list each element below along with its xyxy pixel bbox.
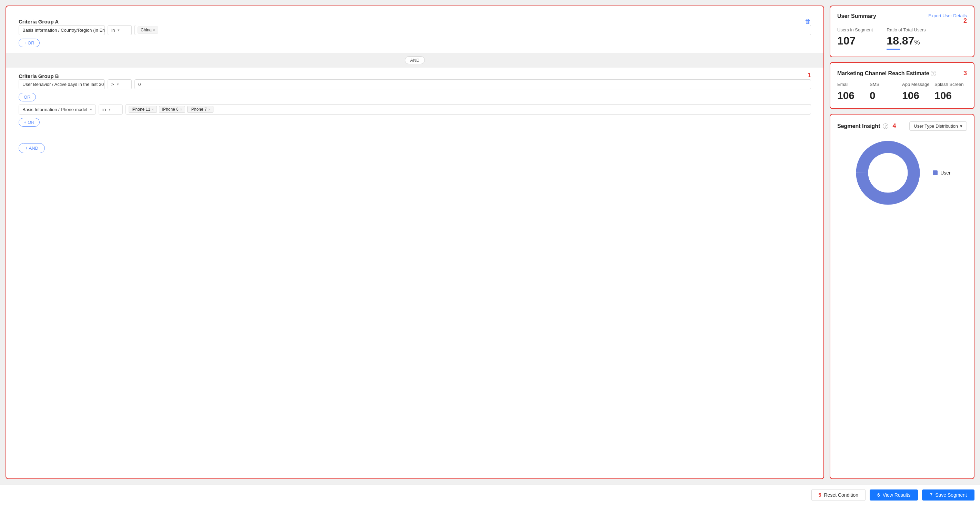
right-panel: User Summary Export User Details 2 Users… xyxy=(830,6,974,479)
and-separator: AND xyxy=(6,53,823,68)
marketing-channel-badge: 3 xyxy=(963,70,967,77)
iphone11-tag: iPhone 11 × xyxy=(129,106,157,113)
sms-channel: SMS 0 xyxy=(870,82,902,101)
remove-iphone6-tag[interactable]: × xyxy=(180,107,182,112)
group-a-add-or-button[interactable]: + OR xyxy=(19,39,40,47)
user-legend-label: User xyxy=(940,170,951,175)
user-legend-item: User xyxy=(933,170,951,175)
group-b-value-1-input[interactable]: 0 xyxy=(134,79,811,89)
ratio-underline xyxy=(886,49,900,50)
remove-iphone7-tag[interactable]: × xyxy=(208,107,210,112)
user-type-distribution-dropdown[interactable]: User Type Distribution ▾ xyxy=(909,121,967,131)
reset-badge: 5 xyxy=(819,492,821,498)
marketing-channel-card: Marketing Channel Reach Estimate ? 3 Ema… xyxy=(830,62,974,109)
remove-iphone11-tag[interactable]: × xyxy=(152,107,154,112)
email-label: Email xyxy=(837,82,870,87)
group-b-field-1-select[interactable]: User Behavior / Active days in the last … xyxy=(19,79,105,89)
left-panel: Criteria Group A 🗑 Basis Information / C… xyxy=(6,6,824,479)
marketing-channel-title: Marketing Channel Reach Estimate xyxy=(837,70,929,76)
svg-point-2 xyxy=(868,153,908,193)
chevron-down-icon: ▾ xyxy=(118,28,120,32)
group-a-filter-row: Basis Information / Country/Region (in E… xyxy=(19,25,811,35)
users-in-segment-label: Users in Segment xyxy=(837,27,873,32)
insight-header: Segment Insight ? 4 User Type Distributi… xyxy=(837,121,967,131)
remove-china-tag[interactable]: × xyxy=(153,28,155,32)
user-summary-card: User Summary Export User Details 2 Users… xyxy=(830,6,974,57)
add-and-button[interactable]: + AND xyxy=(19,143,45,153)
email-channel: Email 106 xyxy=(837,82,870,101)
group-b-field-2-select[interactable]: Basis Information / Phone model ▾ xyxy=(19,105,96,115)
ratio-stat: Ratio of Total Users 18.87% xyxy=(886,27,926,50)
group-a-operator-select[interactable]: in ▾ xyxy=(108,25,132,35)
chevron-down-icon: ▾ xyxy=(90,107,92,112)
save-segment-button[interactable]: 7 Save Segment xyxy=(922,489,974,500)
criteria-group-b: Criteria Group B 1 User Behavior / Activ… xyxy=(13,68,816,132)
view-results-button[interactable]: 6 View Results xyxy=(870,489,918,500)
user-legend-color xyxy=(933,170,938,175)
phone-model-tags[interactable]: iPhone 11 × iPhone 6 × iPhone 7 × xyxy=(126,104,811,115)
segment-insight-card: Segment Insight ? 4 User Type Distributi… xyxy=(830,114,974,479)
app-message-label: App Message xyxy=(902,82,934,87)
reset-condition-button[interactable]: 5 Reset Condition xyxy=(811,489,865,501)
splash-screen-channel: Splash Screen 106 xyxy=(934,82,967,101)
splash-screen-label: Splash Screen xyxy=(934,82,967,87)
chevron-down-icon: ▾ xyxy=(960,123,963,129)
or-connector: OR xyxy=(19,93,811,101)
iphone6-tag: iPhone 6 × xyxy=(159,106,185,113)
group-b-condition-1-row: User Behavior / Active days in the last … xyxy=(19,79,811,89)
users-in-segment-stat: Users in Segment 107 xyxy=(837,27,873,50)
channel-grid: Email 106 SMS 0 App Message 106 Splash S… xyxy=(837,82,967,101)
and-badge: AND xyxy=(405,56,425,64)
bottom-bar: 5 Reset Condition 6 View Results 7 Save … xyxy=(0,485,980,505)
group-b-title: Criteria Group B xyxy=(19,73,59,79)
app-message-channel: App Message 106 xyxy=(902,82,934,101)
segment-insight-help-icon: ? xyxy=(883,123,888,129)
splash-screen-value: 106 xyxy=(934,90,967,101)
users-in-segment-value: 107 xyxy=(837,35,873,47)
ratio-value: 18.87% xyxy=(886,35,926,47)
sms-value: 0 xyxy=(870,90,902,101)
view-badge: 6 xyxy=(877,492,880,498)
donut-chart xyxy=(853,138,923,207)
delete-group-a-icon[interactable]: 🗑 xyxy=(805,18,811,25)
group-b-operator-1-select[interactable]: > ▾ xyxy=(108,79,132,89)
group-a-field-select[interactable]: Basis Information / Country/Region (in E… xyxy=(19,25,105,35)
chevron-down-icon: ▾ xyxy=(117,82,119,87)
user-summary-badge: 2 xyxy=(963,17,967,24)
marketing-channel-help-icon: ? xyxy=(931,71,936,76)
app-message-value: 106 xyxy=(902,90,934,101)
export-user-details-link[interactable]: Export User Details xyxy=(928,13,967,18)
chevron-down-icon: ▾ xyxy=(109,107,111,112)
user-summary-title: User Summary xyxy=(837,13,876,19)
sms-label: SMS xyxy=(870,82,902,87)
segment-insight-badge: 4 xyxy=(892,123,896,130)
user-summary-grid: Users in Segment 107 Ratio of Total User… xyxy=(837,27,967,50)
donut-chart-container: User xyxy=(837,135,967,211)
group-b-condition-2-row: Basis Information / Phone model ▾ in ▾ i… xyxy=(19,104,811,115)
group-a-value-input[interactable]: China × xyxy=(134,25,811,35)
group-a-title: Criteria Group A xyxy=(19,19,59,24)
china-tag: China × xyxy=(138,27,158,33)
group-b-add-or-button[interactable]: + OR xyxy=(19,118,40,127)
or-badge: OR xyxy=(19,93,36,101)
group-b-badge: 1 xyxy=(808,72,811,79)
segment-insight-title: Segment Insight xyxy=(837,123,880,129)
email-value: 106 xyxy=(837,90,870,101)
iphone7-tag: iPhone 7 × xyxy=(187,106,213,113)
save-badge: 7 xyxy=(930,492,932,498)
group-b-operator-2-select[interactable]: in ▾ xyxy=(99,105,123,115)
criteria-group-a: Criteria Group A 🗑 Basis Information / C… xyxy=(13,13,816,53)
ratio-label: Ratio of Total Users xyxy=(886,27,926,32)
